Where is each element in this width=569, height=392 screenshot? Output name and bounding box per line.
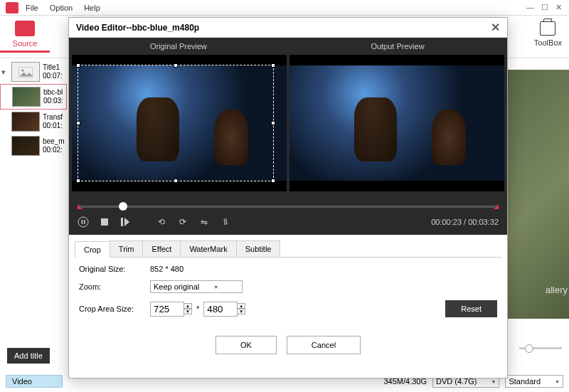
- preview-area: Original Preview Output Preview: [69, 38, 507, 235]
- spin-up-icon[interactable]: ▲: [184, 303, 192, 309]
- svg-rect-4: [84, 220, 85, 224]
- original-preview-label: Original Preview: [69, 38, 288, 55]
- dialog-title: Video Editor--bbc-blue_m480p: [76, 23, 199, 33]
- video-cell[interactable]: Video: [6, 375, 63, 388]
- menu-file[interactable]: File: [26, 4, 38, 12]
- crop-handle[interactable]: [174, 179, 178, 183]
- zoom-dropdown[interactable]: Keep original: [150, 280, 243, 293]
- out-marker[interactable]: [494, 204, 499, 209]
- menu-option[interactable]: Option: [50, 4, 73, 12]
- timeline: ⟲ ⟳ ⇋ ⥮ 00:00:23 / 00:03:32: [69, 194, 507, 235]
- spin-up-icon[interactable]: ▲: [237, 303, 245, 309]
- dialog-titlebar: Video Editor--bbc-blue_m480p ✕: [69, 18, 507, 38]
- svg-rect-5: [101, 218, 108, 226]
- tab-subtitle[interactable]: Subtitle: [236, 240, 281, 257]
- clip-row[interactable]: Transf00:01:: [0, 110, 67, 134]
- crop-height-input[interactable]: [203, 302, 238, 317]
- quality-dropdown[interactable]: Standard: [505, 375, 563, 388]
- clip-name: bbc-bl: [43, 88, 63, 97]
- tab-source[interactable]: Source: [0, 21, 50, 53]
- tab-toolbox[interactable]: ToolBox: [534, 21, 562, 47]
- menu-help[interactable]: Help: [84, 4, 100, 12]
- minimize-icon[interactable]: —: [526, 3, 534, 12]
- clip-thumbnail: [11, 112, 40, 132]
- crop-handle[interactable]: [76, 179, 80, 183]
- background-preview: [505, 70, 569, 319]
- clip-thumbnail: [11, 62, 40, 82]
- clip-list: ▾ Title100:07: bbc-bl00:03: Transf00:01:…: [0, 60, 67, 158]
- tab-toolbox-label: ToolBox: [534, 38, 562, 47]
- tab-trim[interactable]: Trim: [110, 240, 144, 257]
- crop-box[interactable]: [78, 65, 274, 181]
- output-preview-label: Output Preview: [288, 38, 507, 55]
- clip-time: 00:02:: [43, 146, 65, 154]
- add-title-button[interactable]: Add title: [7, 348, 50, 364]
- crop-fields: Original Size: 852 * 480 Zoom: Keep orig…: [69, 258, 507, 332]
- toolbox-icon: [540, 21, 555, 36]
- flip-horizontal-icon[interactable]: ⇋: [198, 216, 210, 228]
- output-preview: [289, 55, 504, 191]
- clip-row[interactable]: bee_m00:02:: [0, 134, 67, 158]
- clip-thumbnail: [11, 136, 40, 156]
- rotate-left-icon[interactable]: ⟲: [156, 216, 167, 228]
- reset-button[interactable]: Reset: [445, 300, 497, 317]
- clip-name: Title1: [43, 63, 63, 72]
- editor-tabs: Crop Trim Effect WaterMark Subtitle: [75, 240, 501, 258]
- crop-width-input[interactable]: [150, 302, 184, 317]
- ok-button[interactable]: OK: [216, 336, 277, 354]
- step-icon[interactable]: [120, 216, 132, 228]
- close-icon[interactable]: ✕: [491, 21, 500, 34]
- original-preview[interactable]: [72, 55, 287, 191]
- clip-name: Transf: [43, 113, 63, 122]
- crop-handle[interactable]: [271, 179, 275, 183]
- original-size-value: 852 * 480: [150, 265, 184, 273]
- clip-thumbnail: [12, 87, 41, 107]
- crop-area-label: Crop Area Size:: [79, 304, 150, 313]
- playhead[interactable]: [119, 202, 127, 211]
- svg-point-1: [21, 69, 23, 71]
- pause-icon[interactable]: [78, 216, 89, 228]
- zoom-label: Zoom:: [79, 282, 150, 291]
- clip-time: 00:07:: [43, 72, 63, 80]
- crop-handle[interactable]: [76, 121, 80, 125]
- clip-row[interactable]: bbc-bl00:03:: [0, 84, 67, 110]
- tab-watermark[interactable]: WaterMark: [180, 240, 236, 257]
- crop-handle[interactable]: [271, 63, 275, 68]
- chevron-down-icon[interactable]: ▾: [1, 68, 9, 77]
- clip-time: 00:01:: [43, 122, 63, 130]
- tab-source-label: Source: [0, 39, 50, 48]
- app-logo: [6, 2, 18, 14]
- menubar: File Option Help — ☐ ✕: [0, 0, 569, 16]
- maximize-icon[interactable]: ☐: [541, 3, 548, 12]
- spin-down-icon[interactable]: ▼: [184, 309, 192, 314]
- cancel-button[interactable]: Cancel: [287, 336, 361, 354]
- crop-handle[interactable]: [174, 63, 178, 68]
- crop-handle[interactable]: [271, 121, 275, 125]
- source-icon: [15, 21, 35, 36]
- clip-row[interactable]: ▾ Title100:07:: [0, 60, 67, 84]
- stop-icon[interactable]: [99, 216, 110, 228]
- svg-rect-6: [121, 218, 123, 226]
- gallery-text: allery: [546, 285, 568, 295]
- svg-point-2: [78, 217, 88, 227]
- volume-slider[interactable]: [519, 347, 562, 349]
- spin-down-icon[interactable]: ▼: [237, 309, 245, 314]
- video-editor-dialog: Video Editor--bbc-blue_m480p ✕ Original …: [68, 17, 508, 378]
- clip-time: 00:03:: [43, 97, 63, 105]
- flip-vertical-icon[interactable]: ⥮: [220, 216, 231, 228]
- timeline-track[interactable]: [78, 206, 499, 208]
- original-size-label: Original Size:: [79, 265, 150, 273]
- rotate-right-icon[interactable]: ⟳: [177, 216, 188, 228]
- tab-crop[interactable]: Crop: [75, 241, 110, 258]
- crop-handle[interactable]: [76, 63, 80, 68]
- star-separator: *: [196, 304, 199, 313]
- svg-rect-3: [82, 220, 83, 224]
- tab-effect[interactable]: Effect: [142, 240, 181, 257]
- close-app-icon[interactable]: ✕: [555, 3, 562, 12]
- time-display: 00:00:23 / 00:03:32: [431, 218, 499, 226]
- in-marker[interactable]: [78, 204, 83, 209]
- clip-name: bee_m: [43, 137, 65, 146]
